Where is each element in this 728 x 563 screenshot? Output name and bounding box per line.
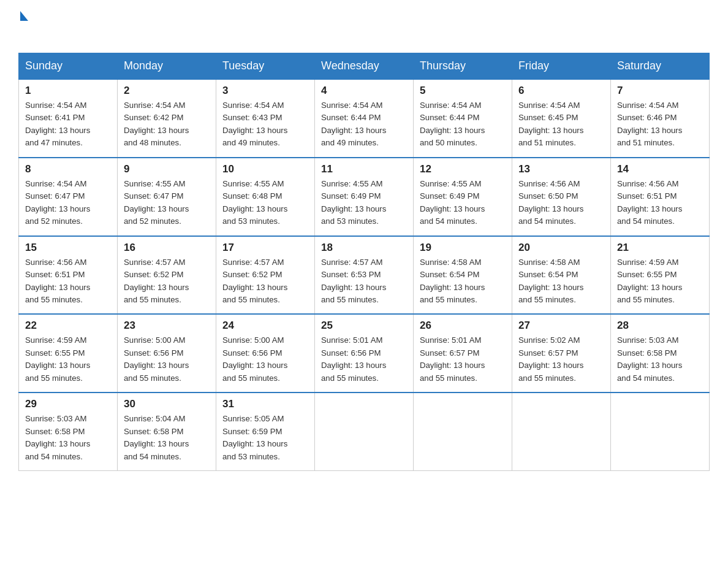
day-number: 26	[420, 320, 506, 332]
day-number: 16	[124, 242, 210, 254]
calendar-week-row: 1Sunrise: 4:54 AMSunset: 6:41 PMDaylight…	[19, 79, 710, 158]
calendar-day-cell: 2Sunrise: 4:54 AMSunset: 6:42 PMDaylight…	[118, 79, 216, 158]
day-info: Sunrise: 4:59 AMSunset: 6:55 PMDaylight:…	[25, 334, 111, 385]
day-info: Sunrise: 4:54 AMSunset: 6:44 PMDaylight:…	[321, 99, 407, 150]
calendar-day-cell: 11Sunrise: 4:55 AMSunset: 6:49 PMDayligh…	[315, 158, 414, 236]
day-number: 2	[124, 85, 210, 97]
day-info: Sunrise: 4:57 AMSunset: 6:52 PMDaylight:…	[124, 256, 210, 307]
day-info: Sunrise: 4:54 AMSunset: 6:46 PMDaylight:…	[617, 99, 703, 150]
calendar-day-cell: 25Sunrise: 5:01 AMSunset: 6:56 PMDayligh…	[315, 314, 414, 393]
day-number: 30	[124, 398, 210, 410]
calendar-day-cell: 27Sunrise: 5:02 AMSunset: 6:57 PMDayligh…	[512, 314, 611, 393]
day-info: Sunrise: 5:03 AMSunset: 6:58 PMDaylight:…	[25, 413, 111, 463]
calendar-day-cell: 12Sunrise: 4:55 AMSunset: 6:49 PMDayligh…	[414, 158, 512, 236]
day-number: 11	[321, 163, 407, 175]
calendar-day-cell: 1Sunrise: 4:54 AMSunset: 6:41 PMDaylight…	[19, 79, 118, 158]
day-number: 24	[222, 320, 308, 332]
calendar-header-sunday: Sunday	[19, 53, 118, 80]
day-info: Sunrise: 4:55 AMSunset: 6:48 PMDaylight:…	[222, 178, 308, 228]
day-info: Sunrise: 4:59 AMSunset: 6:55 PMDaylight:…	[617, 256, 703, 307]
day-info: Sunrise: 4:57 AMSunset: 6:52 PMDaylight:…	[222, 256, 308, 307]
day-number: 21	[617, 242, 703, 254]
day-number: 13	[518, 163, 604, 175]
day-number: 6	[518, 85, 604, 97]
day-number: 1	[25, 85, 111, 97]
day-info: Sunrise: 4:55 AMSunset: 6:49 PMDaylight:…	[420, 178, 506, 228]
day-number: 9	[124, 163, 210, 175]
calendar-day-cell: 4Sunrise: 4:54 AMSunset: 6:44 PMDaylight…	[315, 79, 414, 158]
day-number: 15	[25, 242, 111, 254]
calendar-empty-cell	[414, 393, 512, 470]
calendar-day-cell: 3Sunrise: 4:54 AMSunset: 6:43 PMDaylight…	[216, 79, 315, 158]
calendar-header-row: SundayMondayTuesdayWednesdayThursdayFrid…	[19, 53, 710, 80]
calendar-day-cell: 31Sunrise: 5:05 AMSunset: 6:59 PMDayligh…	[216, 393, 315, 470]
day-number: 19	[420, 242, 506, 254]
day-number: 12	[420, 163, 506, 175]
calendar-header-thursday: Thursday	[414, 53, 512, 80]
calendar-day-cell: 30Sunrise: 5:04 AMSunset: 6:58 PMDayligh…	[118, 393, 216, 470]
day-info: Sunrise: 4:56 AMSunset: 6:51 PMDaylight:…	[25, 256, 111, 307]
calendar-day-cell: 16Sunrise: 4:57 AMSunset: 6:52 PMDayligh…	[118, 236, 216, 315]
calendar-day-cell: 28Sunrise: 5:03 AMSunset: 6:58 PMDayligh…	[611, 314, 710, 393]
calendar-day-cell: 13Sunrise: 4:56 AMSunset: 6:50 PMDayligh…	[512, 158, 611, 236]
day-info: Sunrise: 4:58 AMSunset: 6:54 PMDaylight:…	[518, 256, 604, 307]
logo	[18, 12, 28, 42]
day-info: Sunrise: 5:00 AMSunset: 6:56 PMDaylight:…	[222, 334, 308, 385]
calendar-empty-cell	[512, 393, 611, 470]
day-number: 7	[617, 85, 703, 97]
calendar-week-row: 15Sunrise: 4:56 AMSunset: 6:51 PMDayligh…	[19, 236, 710, 315]
day-info: Sunrise: 5:01 AMSunset: 6:57 PMDaylight:…	[420, 334, 506, 385]
day-number: 25	[321, 320, 407, 332]
calendar-header-monday: Monday	[118, 53, 216, 80]
day-info: Sunrise: 5:04 AMSunset: 6:58 PMDaylight:…	[124, 413, 210, 463]
day-info: Sunrise: 5:02 AMSunset: 6:57 PMDaylight:…	[518, 334, 604, 385]
calendar-week-row: 8Sunrise: 4:54 AMSunset: 6:47 PMDaylight…	[19, 158, 710, 236]
calendar-empty-cell	[611, 393, 710, 470]
day-number: 20	[518, 242, 604, 254]
day-info: Sunrise: 4:55 AMSunset: 6:49 PMDaylight:…	[321, 178, 407, 228]
day-info: Sunrise: 4:54 AMSunset: 6:47 PMDaylight:…	[25, 178, 111, 228]
page-header	[18, 12, 710, 42]
day-info: Sunrise: 4:54 AMSunset: 6:41 PMDaylight:…	[25, 99, 111, 150]
calendar-header-tuesday: Tuesday	[216, 53, 315, 80]
calendar-header-saturday: Saturday	[611, 53, 710, 80]
day-number: 5	[420, 85, 506, 97]
calendar-day-cell: 24Sunrise: 5:00 AMSunset: 6:56 PMDayligh…	[216, 314, 315, 393]
day-info: Sunrise: 4:54 AMSunset: 6:45 PMDaylight:…	[518, 99, 604, 150]
calendar-day-cell: 10Sunrise: 4:55 AMSunset: 6:48 PMDayligh…	[216, 158, 315, 236]
calendar-header-friday: Friday	[512, 53, 611, 80]
day-number: 10	[222, 163, 308, 175]
calendar-day-cell: 29Sunrise: 5:03 AMSunset: 6:58 PMDayligh…	[19, 393, 118, 470]
day-number: 23	[124, 320, 210, 332]
day-number: 27	[518, 320, 604, 332]
calendar-day-cell: 14Sunrise: 4:56 AMSunset: 6:51 PMDayligh…	[611, 158, 710, 236]
calendar-week-row: 29Sunrise: 5:03 AMSunset: 6:58 PMDayligh…	[19, 393, 710, 470]
day-number: 28	[617, 320, 703, 332]
calendar-day-cell: 7Sunrise: 4:54 AMSunset: 6:46 PMDaylight…	[611, 79, 710, 158]
calendar-header-wednesday: Wednesday	[315, 53, 414, 80]
day-info: Sunrise: 4:56 AMSunset: 6:50 PMDaylight:…	[518, 178, 604, 228]
calendar-day-cell: 8Sunrise: 4:54 AMSunset: 6:47 PMDaylight…	[19, 158, 118, 236]
calendar-day-cell: 19Sunrise: 4:58 AMSunset: 6:54 PMDayligh…	[414, 236, 512, 315]
calendar-day-cell: 15Sunrise: 4:56 AMSunset: 6:51 PMDayligh…	[19, 236, 118, 315]
calendar-day-cell: 20Sunrise: 4:58 AMSunset: 6:54 PMDayligh…	[512, 236, 611, 315]
day-number: 31	[222, 398, 308, 410]
calendar-day-cell: 23Sunrise: 5:00 AMSunset: 6:56 PMDayligh…	[118, 314, 216, 393]
day-info: Sunrise: 5:05 AMSunset: 6:59 PMDaylight:…	[222, 413, 308, 463]
calendar-day-cell: 26Sunrise: 5:01 AMSunset: 6:57 PMDayligh…	[414, 314, 512, 393]
day-info: Sunrise: 4:54 AMSunset: 6:43 PMDaylight:…	[222, 99, 308, 150]
day-number: 8	[25, 163, 111, 175]
day-number: 18	[321, 242, 407, 254]
calendar-day-cell: 18Sunrise: 4:57 AMSunset: 6:53 PMDayligh…	[315, 236, 414, 315]
day-number: 3	[222, 85, 308, 97]
calendar-empty-cell	[315, 393, 414, 470]
calendar-week-row: 22Sunrise: 4:59 AMSunset: 6:55 PMDayligh…	[19, 314, 710, 393]
calendar-day-cell: 9Sunrise: 4:55 AMSunset: 6:47 PMDaylight…	[118, 158, 216, 236]
day-info: Sunrise: 4:54 AMSunset: 6:44 PMDaylight:…	[420, 99, 506, 150]
day-info: Sunrise: 4:55 AMSunset: 6:47 PMDaylight:…	[124, 178, 210, 228]
day-info: Sunrise: 4:56 AMSunset: 6:51 PMDaylight:…	[617, 178, 703, 228]
day-info: Sunrise: 5:01 AMSunset: 6:56 PMDaylight:…	[321, 334, 407, 385]
logo-chevron-icon	[20, 11, 28, 21]
day-number: 22	[25, 320, 111, 332]
calendar-table: SundayMondayTuesdayWednesdayThursdayFrid…	[18, 53, 710, 471]
